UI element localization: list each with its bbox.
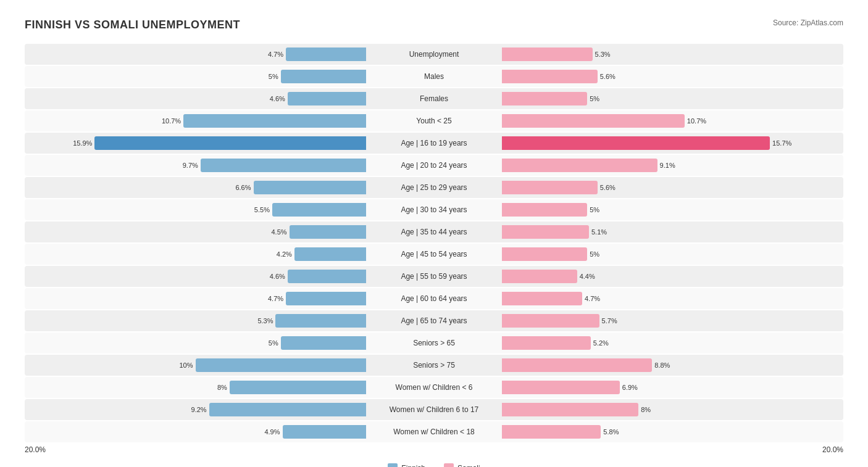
bar-somali: [502, 314, 599, 328]
bar-somali: [502, 292, 582, 305]
bar-finnish: [183, 114, 366, 128]
value-finnish: 5%: [269, 339, 278, 347]
bar-finnish: [209, 403, 366, 416]
chart-row: 6.6%Age | 25 to 29 years5.6%: [25, 177, 843, 198]
row-label: Age | 65 to 74 years: [366, 316, 502, 325]
value-somali: 8%: [641, 406, 651, 413]
bar-somali: [502, 48, 593, 61]
value-somali: 4.4%: [580, 273, 595, 280]
chart-row: 5.3%Age | 65 to 74 years5.7%: [25, 310, 843, 331]
row-label: Males: [366, 72, 502, 81]
value-finnish: 10%: [179, 362, 193, 369]
value-somali: 5.7%: [602, 317, 617, 324]
axis-labels: 20.0% 20.0%: [25, 445, 843, 454]
bar-somali: [502, 159, 657, 172]
bar-finnish: [294, 247, 366, 261]
chart-row: 4.7%Age | 60 to 64 years4.7%: [25, 288, 843, 309]
value-somali: 5%: [590, 95, 599, 102]
row-label: Age | 25 to 29 years: [366, 183, 502, 192]
row-label: Women w/ Children 6 to 17: [366, 405, 502, 414]
row-label: Age | 30 to 34 years: [366, 205, 502, 214]
value-finnish: 9.7%: [183, 162, 198, 169]
bar-somali: [502, 114, 685, 128]
value-somali: 8.8%: [654, 362, 670, 369]
value-finnish: 5%: [269, 73, 278, 80]
chart-row: 4.6%Females5%: [25, 88, 843, 109]
row-label: Age | 35 to 44 years: [366, 228, 502, 236]
chart-row: 9.2%Women w/ Children 6 to 178%: [25, 399, 843, 420]
bar-somali: [502, 270, 577, 283]
bar-somali: [502, 136, 770, 150]
chart-row: 10.7%Youth < 2510.7%: [25, 110, 843, 131]
row-label: Unemployment: [366, 50, 502, 59]
value-somali: 10.7%: [687, 117, 706, 125]
value-finnish: 4.5%: [272, 228, 287, 236]
bar-somali: [502, 403, 638, 416]
bar-finnish: [254, 181, 366, 194]
chart-row: 4.7%Unemployment5.3%: [25, 44, 843, 65]
chart-row: 15.9%Age | 16 to 19 years15.7%: [25, 133, 843, 154]
chart-row: 4.5%Age | 35 to 44 years5.1%: [25, 221, 843, 242]
bar-somali: [502, 70, 598, 83]
bar-finnish: [288, 92, 366, 105]
chart-body: 4.7%Unemployment5.3%5%Males5.6%4.6%Femal…: [25, 44, 843, 442]
row-label: Seniors > 65: [366, 339, 502, 347]
row-label: Age | 55 to 59 years: [366, 272, 502, 281]
chart-row: 4.2%Age | 45 to 54 years5%: [25, 244, 843, 265]
bar-finnish: [286, 292, 366, 305]
value-finnish: 4.6%: [270, 95, 285, 102]
row-label: Women w/ Children < 18: [366, 428, 502, 436]
row-label: Age | 45 to 54 years: [366, 250, 502, 258]
row-label: Women w/ Children < 6: [366, 383, 502, 392]
bar-finnish: [281, 70, 366, 83]
value-finnish: 4.2%: [277, 250, 292, 258]
legend-somali-box: [444, 463, 454, 467]
bar-somali: [502, 358, 652, 372]
value-finnish: 6.6%: [235, 184, 251, 191]
value-somali: 5.8%: [603, 428, 619, 436]
value-finnish: 4.7%: [268, 51, 283, 58]
row-label: Females: [366, 94, 502, 103]
chart-row: 5%Males5.6%: [25, 66, 843, 87]
value-somali: 5.6%: [600, 184, 616, 191]
value-finnish: 5.3%: [257, 317, 273, 324]
value-finnish: 15.9%: [73, 139, 92, 147]
legend-finnish-label: Finnish: [401, 464, 425, 467]
row-label: Seniors > 75: [366, 361, 502, 370]
row-label: Age | 20 to 24 years: [366, 161, 502, 170]
row-label: Youth < 25: [366, 117, 502, 125]
chart-source: Source: ZipAtlas.com: [773, 19, 843, 27]
chart-row: 4.9%Women w/ Children < 185.8%: [25, 421, 843, 442]
chart-legend: Finnish Somali: [25, 463, 843, 467]
bar-somali: [502, 336, 591, 350]
bar-finnish: [230, 381, 366, 394]
legend-somali-label: Somali: [457, 464, 480, 467]
legend-finnish: Finnish: [388, 463, 425, 467]
axis-label-left: 20.0%: [25, 445, 366, 454]
bar-finnish: [201, 159, 366, 172]
chart-row: 5%Seniors > 655.2%: [25, 333, 843, 353]
axis-label-right: 20.0%: [502, 445, 843, 454]
bar-somali: [502, 247, 587, 261]
value-somali: 9.1%: [660, 162, 675, 169]
chart-row: 10%Seniors > 758.8%: [25, 355, 843, 376]
chart-row: 8%Women w/ Children < 66.9%: [25, 377, 843, 398]
bar-somali: [502, 203, 587, 217]
chart-row: 4.6%Age | 55 to 59 years4.4%: [25, 266, 843, 287]
bar-finnish: [196, 358, 367, 372]
legend-finnish-box: [388, 463, 398, 467]
value-somali: 5%: [590, 250, 599, 258]
chart-row: 5.5%Age | 30 to 34 years5%: [25, 199, 843, 220]
chart-row: 9.7%Age | 20 to 24 years9.1%: [25, 155, 843, 176]
bar-somali: [502, 425, 601, 439]
bar-finnish: [281, 336, 366, 350]
bar-finnish: [288, 270, 366, 283]
value-somali: 5.1%: [591, 228, 607, 236]
value-finnish: 10.7%: [162, 117, 181, 125]
value-finnish: 4.7%: [268, 295, 283, 302]
value-finnish: 4.6%: [270, 273, 285, 280]
value-somali: 4.7%: [585, 295, 600, 302]
value-somali: 5.2%: [593, 339, 609, 347]
value-finnish: 4.9%: [264, 428, 280, 436]
value-somali: 5.6%: [600, 73, 616, 80]
